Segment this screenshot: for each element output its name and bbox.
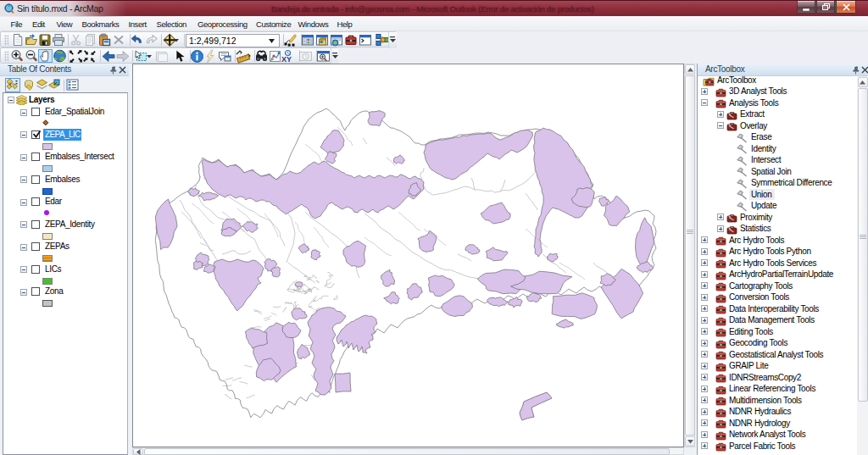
svg-text:XY: XY (281, 55, 292, 64)
